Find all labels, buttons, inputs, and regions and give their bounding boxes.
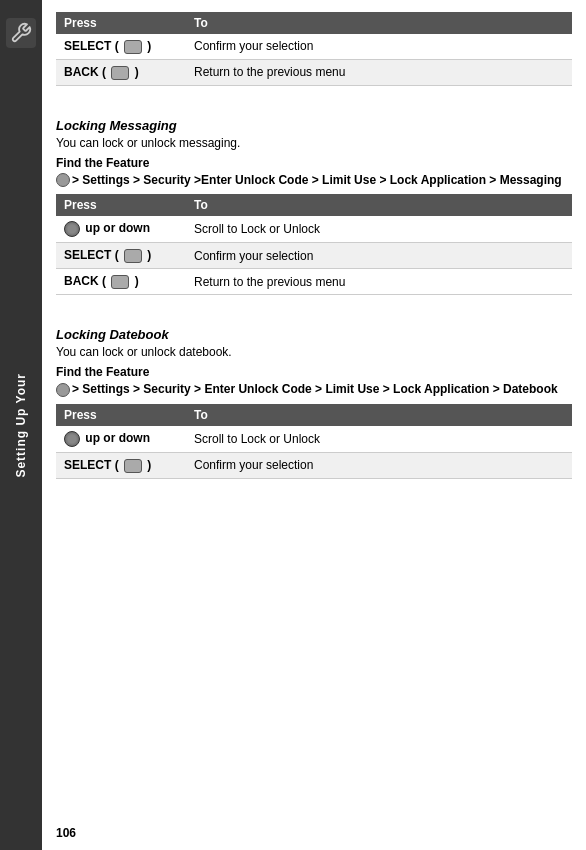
- locking-datebook-desc: You can lock or unlock datebook.: [56, 345, 572, 359]
- top-table-back-to: Return to the previous menu: [186, 59, 572, 85]
- select-icon: [124, 459, 142, 473]
- main-content: Press To SELECT ( ) Confirm your selecti…: [42, 0, 586, 850]
- locking-messaging-find-label: Find the Feature: [56, 156, 572, 170]
- msg-updown-to: Scroll to Lock or Unlock: [186, 216, 572, 243]
- back-close: ): [135, 65, 139, 79]
- or-text: or: [100, 431, 119, 445]
- msg-table-header-press: Press: [56, 194, 186, 216]
- table-row: SELECT ( ) Confirm your selection: [56, 452, 572, 478]
- page-number: 106: [56, 826, 76, 840]
- locking-datebook-section: Locking Datebook You can lock or unlock …: [56, 327, 572, 479]
- top-table-back-cell: BACK ( ): [56, 59, 186, 85]
- select-icon: [124, 249, 142, 263]
- table-row: up or down Scroll to Lock or Unlock: [56, 426, 572, 453]
- locking-datebook-path: > Settings > Security > Enter Unlock Cod…: [56, 381, 572, 398]
- select-label: SELECT (: [64, 39, 119, 53]
- table-row: BACK ( ) Return to the previous menu: [56, 59, 572, 85]
- back-icon: [111, 66, 129, 80]
- table-row: up or down Scroll to Lock or Unlock: [56, 216, 572, 243]
- down-text: down: [119, 431, 150, 445]
- table-row: SELECT ( ) Confirm your selection: [56, 243, 572, 269]
- db-table-header-to: To: [186, 404, 572, 426]
- side-tab-label: Setting Up Your: [14, 373, 28, 478]
- nav-icon: [64, 431, 80, 447]
- msg-select-to: Confirm your selection: [186, 243, 572, 269]
- db-select-to: Confirm your selection: [186, 452, 572, 478]
- menu-circle-icon: [56, 173, 70, 187]
- back-icon: [111, 275, 129, 289]
- msg-back-to: Return to the previous menu: [186, 269, 572, 295]
- locking-messaging-title: Locking Messaging: [56, 118, 572, 133]
- msg-select-cell: SELECT ( ): [56, 243, 186, 269]
- msg-updown-cell: up or down: [56, 216, 186, 243]
- db-table-header-press: Press: [56, 404, 186, 426]
- top-table: Press To SELECT ( ) Confirm your selecti…: [56, 12, 572, 86]
- msg-table-header-to: To: [186, 194, 572, 216]
- db-select-cell: SELECT ( ): [56, 452, 186, 478]
- locking-messaging-section: Locking Messaging You can lock or unlock…: [56, 118, 572, 295]
- locking-datebook-title: Locking Datebook: [56, 327, 572, 342]
- top-table-select-to: Confirm your selection: [186, 34, 572, 59]
- locking-messaging-desc: You can lock or unlock messaging.: [56, 136, 572, 150]
- db-updown-to: Scroll to Lock or Unlock: [186, 426, 572, 453]
- top-table-header-press: Press: [56, 12, 186, 34]
- wrench-icon: [6, 18, 36, 48]
- up-text: up: [85, 222, 100, 236]
- select-close: ): [147, 39, 151, 53]
- locking-datebook-find-label: Find the Feature: [56, 365, 572, 379]
- up-text: up: [85, 431, 100, 445]
- table-row: SELECT ( ) Confirm your selection: [56, 34, 572, 59]
- select-icon: [124, 40, 142, 54]
- locking-messaging-path: > Settings > Security >Enter Unlock Code…: [56, 172, 572, 189]
- table-row: BACK ( ) Return to the previous menu: [56, 269, 572, 295]
- down-text: down: [119, 222, 150, 236]
- locking-messaging-table: Press To up or down Scroll to Lock or Un…: [56, 194, 572, 295]
- db-updown-cell: up or down: [56, 426, 186, 453]
- msg-back-cell: BACK ( ): [56, 269, 186, 295]
- top-table-select-cell: SELECT ( ): [56, 34, 186, 59]
- or-text: or: [100, 222, 119, 236]
- menu-circle-icon: [56, 383, 70, 397]
- back-label: BACK (: [64, 65, 106, 79]
- top-table-header-to: To: [186, 12, 572, 34]
- locking-datebook-table: Press To up or down Scroll to Lock or Un…: [56, 404, 572, 479]
- side-tab: Setting Up Your: [0, 0, 42, 850]
- nav-icon: [64, 221, 80, 237]
